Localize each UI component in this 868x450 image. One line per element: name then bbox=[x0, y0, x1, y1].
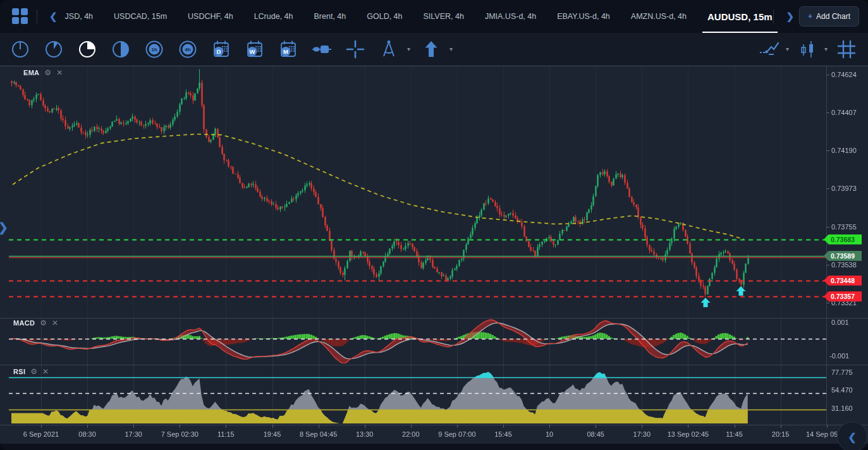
time-tick-label: 20:15 bbox=[772, 430, 790, 438]
instrument-tabbar: ❮ JSD, 4hUSDCAD, 15mUSDCHF, 4hLCrude, 4h… bbox=[0, 0, 868, 33]
plus-icon: + bbox=[808, 12, 812, 21]
tab-brent-4h[interactable]: Brent, 4h bbox=[314, 0, 346, 33]
timeframe-4h-icon-button[interactable]: 4h bbox=[175, 37, 200, 62]
price-badge-0.73357: 0.73357 bbox=[824, 291, 862, 301]
chart-toolbar: 1h4hDWM▾▾ ▾▾ bbox=[0, 33, 868, 65]
range-bars-icon-button[interactable] bbox=[309, 37, 334, 62]
timeframe-1h-icon-button[interactable]: 1h bbox=[142, 37, 167, 62]
time-tick-label: 13 Sep 02:45 bbox=[668, 430, 709, 438]
chart-type-caret-icon[interactable]: ▾ bbox=[824, 46, 828, 52]
time-tick-label: 17:30 bbox=[633, 430, 651, 438]
chart-type-icon-button[interactable] bbox=[795, 37, 821, 62]
price-badge-0.73683: 0.73683 bbox=[824, 234, 862, 245]
crosshair-icon-button[interactable] bbox=[343, 37, 368, 62]
svg-text:4h: 4h bbox=[185, 47, 190, 52]
drawing-tools-icon-button[interactable] bbox=[376, 37, 401, 62]
grid-icon-button[interactable] bbox=[834, 37, 859, 62]
tabs-list: JSD, 4hUSDCAD, 15mUSDCHF, 4hLCrude, 4hBr… bbox=[65, 0, 766, 33]
tab-lcrude-4h[interactable]: LCrude, 4h bbox=[254, 0, 293, 33]
rsi-tick-label: 54.470 bbox=[831, 386, 853, 394]
indicators-icon-button[interactable] bbox=[757, 37, 782, 62]
timeframe-5m-icon-button[interactable] bbox=[41, 37, 66, 62]
tab-jsd-4h[interactable]: JSD, 4h bbox=[65, 0, 93, 33]
price-tick-label: 0.74407 bbox=[831, 109, 857, 116]
time-tick-label: 08:30 bbox=[78, 430, 96, 438]
macd-tick-label: -0.001 bbox=[829, 352, 849, 360]
tab-usdchf-4h[interactable]: USDCHF, 4h bbox=[188, 0, 233, 33]
macd-legend: MACD ⚙ ✕ bbox=[13, 319, 58, 327]
svg-text:W: W bbox=[250, 48, 255, 55]
trading-app-window: ❮ JSD, 4hUSDCAD, 15mUSDCHF, 4hLCrude, 4h… bbox=[0, 0, 868, 450]
time-tick-label: 13:30 bbox=[356, 430, 374, 438]
toolbar-right-group: ▾▾ bbox=[757, 37, 859, 62]
time-tick-label: 10 bbox=[546, 430, 553, 438]
time-tick-label: 11:15 bbox=[217, 430, 235, 438]
timeframe-30m-icon-button[interactable] bbox=[108, 37, 133, 62]
divider bbox=[773, 9, 774, 23]
tab-ebay-us-d-4h[interactable]: EBAY.US-d, 4h bbox=[557, 0, 610, 33]
price-badge-0.73448: 0.73448 bbox=[824, 276, 862, 286]
ema-label: EMA bbox=[23, 69, 39, 76]
calendar-day-icon-button[interactable]: D bbox=[209, 37, 234, 62]
tab-jmia-us-d-4h[interactable]: JMIA.US-d, 4h bbox=[485, 0, 536, 33]
divider bbox=[37, 9, 37, 23]
tab-usdcad-15m[interactable]: USDCAD, 15m bbox=[114, 0, 167, 33]
svg-text:D: D bbox=[217, 48, 221, 55]
rsi-remove-icon[interactable]: ✕ bbox=[42, 368, 49, 375]
price-badge-0.73589: 0.73589 bbox=[824, 251, 862, 261]
price-tick-label: 0.73538 bbox=[831, 261, 857, 269]
add-chart-label: Add Chart bbox=[816, 12, 850, 21]
tab-silver-4h[interactable]: SILVER, 4h bbox=[424, 0, 464, 33]
svg-text:1h: 1h bbox=[151, 47, 157, 52]
timeframe-15m-icon-button[interactable] bbox=[75, 37, 100, 62]
add-chart-button[interactable]: + Add Chart bbox=[799, 6, 859, 27]
time-tick-label: 17:30 bbox=[125, 430, 142, 438]
arrow-up-caret-icon[interactable]: ▾ bbox=[449, 46, 453, 52]
tab-gold-4h[interactable]: GOLD, 4h bbox=[367, 0, 402, 33]
time-tick-label: 6 Sep 2021 bbox=[23, 430, 59, 438]
chevron-left-icon: ❮ bbox=[848, 431, 856, 443]
calendar-month-icon-button[interactable]: M bbox=[276, 37, 301, 62]
toolbar-left-group: 1h4hDWM▾▾ bbox=[8, 37, 453, 62]
collapse-panel-button[interactable]: ❮ bbox=[837, 422, 867, 450]
ema-settings-gear-icon[interactable]: ⚙ bbox=[44, 69, 51, 76]
time-tick-label: 08:45 bbox=[587, 430, 604, 438]
price-tick-label: 0.74190 bbox=[831, 147, 857, 154]
ema-legend: EMA ⚙ ✕ bbox=[23, 69, 63, 76]
tabs-scroll-left-icon[interactable]: ❮ bbox=[46, 8, 61, 25]
time-tick-label: 7 Sep 02:30 bbox=[161, 430, 199, 438]
calendar-week-icon-button[interactable]: W bbox=[242, 37, 267, 62]
rsi-label: RSI bbox=[13, 368, 25, 375]
macd-remove-icon[interactable]: ✕ bbox=[52, 319, 58, 327]
indicators-caret-icon[interactable]: ▾ bbox=[786, 46, 789, 52]
time-tick-label: 9 Sep 07:00 bbox=[438, 430, 475, 438]
time-tick-label: 15:45 bbox=[494, 430, 512, 438]
price-tick-label: 0.74624 bbox=[831, 71, 857, 78]
ema-remove-icon[interactable]: ✕ bbox=[56, 69, 63, 76]
timeframe-1m-icon-button[interactable] bbox=[8, 37, 33, 62]
price-tick-label: 0.73755 bbox=[831, 223, 857, 231]
tabs-scroll-right-icon[interactable]: ❯ bbox=[782, 8, 798, 25]
chart-region: EMA ⚙ ✕ MACD ⚙ ✕ RSI ⚙ ✕ 0.746240.744070… bbox=[0, 65, 868, 450]
tab-audusd-15m[interactable]: AUDUSD, 15m bbox=[707, 0, 773, 33]
price-tick-label: 0.73973 bbox=[831, 185, 857, 192]
tab-amzn-us-d-4h[interactable]: AMZN.US-d, 4h bbox=[631, 0, 687, 33]
apps-grid-icon[interactable] bbox=[12, 8, 28, 25]
svg-text:M: M bbox=[283, 48, 288, 55]
arrow-up-icon-button[interactable] bbox=[419, 37, 444, 62]
drawing-tools-caret-icon[interactable]: ▾ bbox=[407, 46, 410, 52]
rsi-tick-label: 77.775 bbox=[831, 368, 853, 376]
rsi-legend: RSI ⚙ ✕ bbox=[13, 368, 49, 375]
macd-settings-gear-icon[interactable]: ⚙ bbox=[40, 319, 47, 327]
macd-label: MACD bbox=[13, 319, 35, 327]
rsi-settings-gear-icon[interactable]: ⚙ bbox=[30, 368, 37, 375]
left-panel-expand-icon[interactable]: ❯ bbox=[0, 220, 8, 234]
chart-canvas[interactable] bbox=[0, 65, 868, 450]
time-tick-label: 8 Sep 04:45 bbox=[300, 430, 337, 438]
macd-tick-label: 0.001 bbox=[831, 319, 849, 326]
time-tick-label: 22:00 bbox=[402, 430, 420, 438]
rsi-tick-label: 31.160 bbox=[831, 404, 853, 412]
time-tick-label: 19:45 bbox=[264, 430, 281, 438]
time-tick-label: 11:45 bbox=[726, 430, 743, 438]
